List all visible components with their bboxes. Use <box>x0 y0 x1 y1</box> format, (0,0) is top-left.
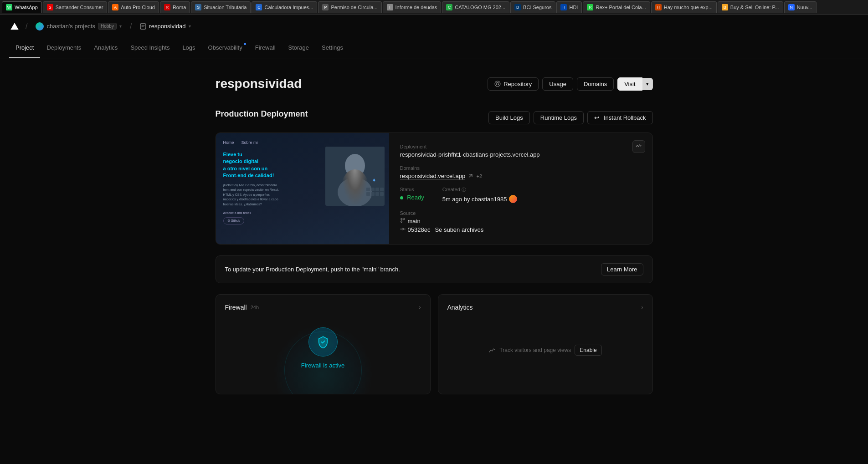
source-label: Source <box>400 210 642 216</box>
firewall-shield-circle <box>308 327 338 357</box>
breadcrumb-team[interactable]: cbastian's projects Hobby ▾ <box>33 20 124 32</box>
domain-main-link[interactable]: responsividad.vercel.app <box>400 173 466 180</box>
tab-storage[interactable]: Storage <box>282 38 316 58</box>
tab-catalogo[interactable]: C CATALOGO MG 202... <box>442 1 509 13</box>
tab-situacion[interactable]: S Situacion Tributaria <box>191 1 251 13</box>
preview-inner: Home Sobre mí Eleve tu negocio digital a… <box>216 133 389 244</box>
deployment-card: Home Sobre mí Eleve tu negocio digital a… <box>216 133 653 245</box>
source-commit: 05328ec Se suben archivos <box>400 226 642 233</box>
tab-favicon-permiso: P <box>322 4 329 10</box>
analytics-chart-icon <box>488 347 496 354</box>
analytics-title-row: Analytics <box>447 304 473 311</box>
preview-hero-text: Eleve tu negocio digital a otro nivel co… <box>223 151 282 179</box>
domains-button[interactable]: Domains <box>577 77 614 91</box>
repository-button[interactable]: Repository <box>488 77 539 91</box>
visit-dropdown-button[interactable]: ▾ <box>642 78 653 90</box>
git-commit-icon <box>400 226 406 232</box>
breadcrumb-sep-2: / <box>130 22 132 31</box>
deployment-url: responsividad-prishfht1-cbastians-projec… <box>400 151 642 158</box>
git-branch-icon <box>400 218 406 223</box>
tab-santander[interactable]: S Santander Consumer <box>43 1 108 13</box>
tab-favicon-situacion: S <box>195 4 201 10</box>
tab-bci[interactable]: B BCI Seguros <box>510 1 555 13</box>
header-actions: Repository Usage Domains Visit ▾ <box>488 77 652 91</box>
firewall-widget-header: Firewall 24h › <box>225 304 421 311</box>
project-chevron-icon: ▾ <box>189 24 191 29</box>
preview-person: ✦ <box>325 147 385 206</box>
tab-buy[interactable]: B Buy & Sell Online: P... <box>718 1 783 13</box>
tab-speed-insights[interactable]: Speed Insights <box>124 38 176 58</box>
analytics-empty-state: Track visitors and page views Enable <box>447 318 643 382</box>
firewall-title-row: Firewall 24h <box>225 304 259 311</box>
analytics-widget-header: Analytics › <box>447 304 643 311</box>
visit-split-button: Visit ▾ <box>617 77 652 91</box>
deployment-label: Deployment <box>400 144 642 149</box>
created-item: Created ⓘ 5m ago by cbastian1985 <box>442 187 518 203</box>
vercel-topbar: / cbastian's projects Hobby ▾ / responsi… <box>0 15 868 38</box>
tab-nuuv[interactable]: N Nuuv... <box>784 1 817 13</box>
vercel-logo[interactable] <box>9 21 20 32</box>
activity-icon <box>636 143 642 150</box>
tab-roma[interactable]: R Roma <box>160 1 190 13</box>
runtime-logs-button[interactable]: Runtime Logs <box>534 111 584 124</box>
tab-logs[interactable]: Logs <box>176 38 201 58</box>
svg-rect-11 <box>375 192 379 196</box>
analytics-enable-button[interactable]: Enable <box>575 345 601 356</box>
preview-desc: ¡Hola! Soy Ana García, desarrolladora fr… <box>223 183 282 207</box>
tab-informe[interactable]: I Informe de deudas <box>383 1 442 13</box>
svg-point-4 <box>338 178 372 206</box>
tab-favicon-roma: R <box>164 4 170 10</box>
breadcrumb-project[interactable]: responsividad ▾ <box>137 21 193 31</box>
tab-hay[interactable]: H Hay mucho que exp... <box>651 1 717 13</box>
preview-image: ✦ <box>325 147 385 206</box>
firewall-active-text: Firewall is active <box>301 362 344 369</box>
analytics-widget: Analytics › Track visitors and page view… <box>438 294 653 394</box>
firewall-chevron-icon[interactable]: › <box>419 304 421 311</box>
browser-tab-bar: W WhatsApp S Santander Consumer A Auto P… <box>0 0 868 15</box>
main-content: responsividad Repository Usage Domains V… <box>206 58 662 413</box>
tab-observability[interactable]: Observability <box>202 38 249 58</box>
tab-project[interactable]: Project <box>9 38 40 58</box>
tab-whatsapp[interactable]: W WhatsApp <box>2 1 42 13</box>
svg-point-17 <box>402 228 404 230</box>
deployment-section-title: Production Deployment <box>216 109 308 119</box>
tab-firewall[interactable]: Firewall <box>249 38 282 58</box>
domains-label: Domains <box>400 165 642 171</box>
tab-favicon-rex: R <box>587 4 593 10</box>
svg-rect-8 <box>380 188 384 191</box>
status-value: Ready <box>400 194 424 201</box>
build-logs-button[interactable]: Build Logs <box>488 111 530 124</box>
deployment-action-button[interactable] <box>632 140 645 153</box>
tab-favicon-catalogo: C <box>446 4 452 10</box>
tab-settings[interactable]: Settings <box>315 38 349 58</box>
firewall-period: 24h <box>251 305 259 310</box>
tab-hdi[interactable]: H HDI <box>556 1 582 13</box>
svg-text:✦: ✦ <box>372 177 376 184</box>
tab-favicon-autopro: A <box>112 4 118 10</box>
tab-permiso[interactable]: P Permiso de Circula... <box>318 1 381 13</box>
instant-rollback-button[interactable]: ↩ Instant Rollback <box>587 111 653 124</box>
preview-github-btn: ⚙ Github <box>223 217 245 224</box>
tab-favicon-informe: I <box>387 4 393 10</box>
svg-rect-7 <box>375 188 379 191</box>
project-nav: Project Deployments Analytics Speed Insi… <box>0 38 868 58</box>
tab-favicon-buy: B <box>722 4 728 10</box>
tab-rex[interactable]: R Rex+ Portal del Cola... <box>583 1 650 13</box>
tab-analytics[interactable]: Analytics <box>87 38 124 58</box>
learn-more-button[interactable]: Learn More <box>601 263 643 275</box>
analytics-chevron-icon[interactable]: › <box>642 304 643 311</box>
created-info-icon[interactable]: ⓘ <box>462 187 466 192</box>
tab-auto-pro[interactable]: A Auto Pro Cloud <box>108 1 159 13</box>
tab-favicon-hdi: H <box>560 4 567 10</box>
status-row: Status Ready Created ⓘ 5m ago by cbastia… <box>400 187 642 203</box>
svg-rect-10 <box>371 192 375 196</box>
tab-calculadora[interactable]: C Calculadora Impues... <box>252 1 317 13</box>
visit-button[interactable]: Visit <box>617 77 642 91</box>
source-branch: main <box>400 218 642 224</box>
tab-deployments[interactable]: Deployments <box>40 38 87 58</box>
tab-favicon-calculadora: C <box>256 4 262 10</box>
github-icon <box>494 81 501 87</box>
svg-point-1 <box>495 81 500 87</box>
usage-button[interactable]: Usage <box>542 77 573 91</box>
status-dot <box>400 196 403 199</box>
